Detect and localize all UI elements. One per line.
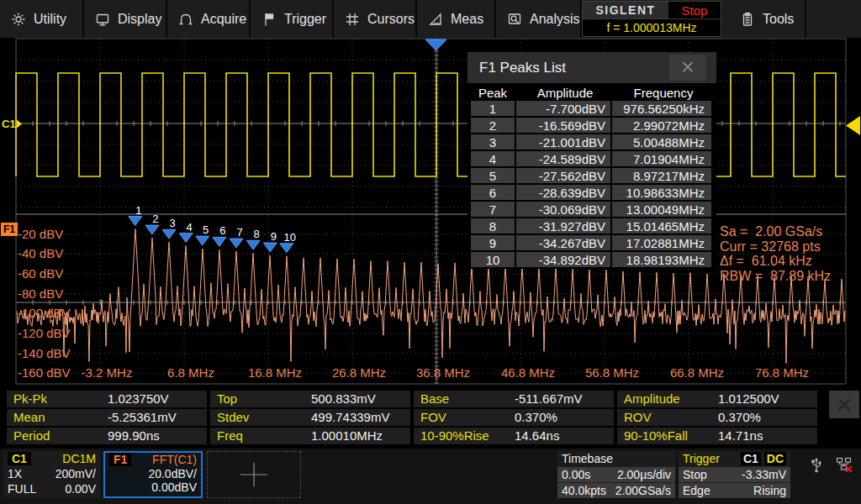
peak-marker-icon[interactable]: [162, 229, 176, 239]
add-trace-placeholder[interactable]: [207, 451, 301, 498]
peaks-table-row[interactable]: 9-34.267dBV17.02881MHz: [467, 235, 716, 250]
peak-index-cell: 4: [471, 151, 515, 166]
peak-marker-icon[interactable]: [213, 237, 226, 246]
peaks-table-row[interactable]: 7-30.069dBV13.00049MHz: [467, 202, 716, 217]
fft-frequency-label: 6.8 MHz: [167, 365, 214, 380]
peak-amplitude-cell: -27.562dBV: [516, 168, 610, 183]
c1-square-wave-trace: [16, 73, 846, 176]
peak-index-cell: 2: [471, 118, 515, 133]
menu-bar: Utility Display Acquire Trigger Cursors …: [0, 0, 861, 38]
peaks-table-row[interactable]: 3-21.001dBV5.00488MHz: [467, 134, 716, 150]
peak-marker-icon[interactable]: [246, 240, 260, 249]
trigger-title: Trigger: [683, 452, 720, 465]
menu-utility[interactable]: Utility: [0, 0, 84, 38]
measurement-cell: FOV0.370%: [414, 409, 614, 426]
fft-db-label: -20 dBV: [18, 227, 63, 241]
fft-db-label: -60 dBV: [18, 266, 63, 281]
fft-db-label: -100 dBV: [18, 306, 71, 320]
peak-marker-icon[interactable]: [230, 239, 243, 248]
peak-index-cell: 1: [471, 101, 515, 116]
menu-acquire[interactable]: Acquire: [167, 0, 251, 38]
oscilloscope-screen: Utility Display Acquire Trigger Cursors …: [0, 0, 861, 504]
menu-utility-label: Utility: [34, 12, 66, 27]
peak-marker-icon[interactable]: [145, 225, 159, 234]
peak-marker-number: 4: [187, 221, 193, 234]
measurement-value: 1.023750V: [108, 391, 169, 406]
measurements-panel: × Pk-Pk1.023750VTop500.833mVBase-511.667…: [0, 385, 861, 449]
math-f1-box[interactable]: F1 FFT(C1) 20.0dBV/ 0.00dBV: [103, 451, 203, 498]
trigger-level-marker[interactable]: [846, 116, 860, 135]
peaks-table-row[interactable]: 8-31.927dBV15.01465MHz: [467, 218, 716, 234]
peaks-col-amplitude: Amplitude: [518, 86, 612, 100]
measurement-label: ROV: [624, 410, 652, 424]
measurement-cell: 90-10%Fall14.71ns: [617, 428, 817, 444]
peak-frequency-cell: 10.98633MHz: [612, 185, 711, 200]
peaks-table-row[interactable]: 2-16.569dBV2.99072MHz: [467, 118, 716, 133]
peak-marker-number: 9: [271, 230, 277, 243]
run-state[interactable]: Stop: [668, 2, 721, 18]
measurement-label: Amplitude: [624, 391, 680, 406]
c1-offset-row: FULL 0.00V: [3, 481, 100, 496]
peak-marker-icon[interactable]: [280, 244, 293, 253]
peak-marker-icon[interactable]: [179, 234, 193, 243]
peaks-table-row[interactable]: 10-34.892dBV18.98193MHz: [467, 252, 716, 267]
peaks-table-body: 1-7.700dBV976.56250kHz2-16.569dBV2.99072…: [467, 101, 716, 267]
peaks-table-header: Peak Amplitude Frequency: [467, 84, 716, 101]
menu-meas[interactable]: Meas: [417, 0, 496, 38]
channel-c1-box[interactable]: C1 DC1M 1X 200mV/ FULL 0.00V: [3, 451, 100, 498]
peak-amplitude-cell: -34.892dBV: [516, 252, 610, 267]
c1-probe: 1X: [8, 467, 22, 480]
peak-marker-icon[interactable]: [196, 236, 209, 245]
lan-disconnected-icon: [836, 457, 853, 473]
peak-frequency-cell: 5.00488MHz: [612, 134, 711, 150]
peak-frequency-cell: 976.56250kHz: [612, 101, 711, 116]
peak-index-cell: 3: [471, 134, 515, 150]
f1-header-row: F1 FFT(C1): [105, 453, 201, 467]
f1-trace-badge[interactable]: F1: [1, 223, 18, 236]
fft-db-label: -120 dBV: [18, 326, 71, 340]
dialog-close-button[interactable]: ×: [669, 55, 706, 81]
peak-marker-number: 2: [152, 213, 158, 225]
peak-index-cell: 6: [471, 185, 515, 200]
fft-frequency-label: 56.8 MHz: [585, 365, 639, 380]
trigger-box[interactable]: Trigger C1 DC Stop -3.33mV Edge Rising: [679, 451, 790, 498]
measurement-value: 0.370%: [515, 410, 557, 424]
c1-channel-position-marker[interactable]: C1: [2, 118, 22, 130]
peak-amplitude-cell: -34.267dBV: [516, 235, 610, 250]
peaks-table-row[interactable]: 6-28.639dBV10.98633MHz: [467, 185, 716, 200]
peaks-table-row[interactable]: 5-27.562dBV8.97217MHz: [467, 168, 716, 183]
measurements-close-button[interactable]: ×: [829, 391, 859, 418]
c1-bandwidth: FULL: [8, 482, 36, 496]
timebase-box[interactable]: Timebase 0.00s 2.00µs/div 40.0kpts 2.00G…: [557, 451, 675, 498]
menu-analysis[interactable]: Analysis: [496, 0, 582, 38]
brand-logo: SIGLENT: [583, 2, 668, 18]
measurement-cell: Freq1.00010MHz: [210, 428, 410, 444]
peak-amplitude-cell: -28.639dBV: [516, 185, 610, 200]
measurement-cell: Top500.833mV: [210, 391, 410, 407]
menu-trigger[interactable]: Trigger: [251, 0, 334, 38]
trigger-coupling: DC: [764, 452, 786, 465]
peak-amplitude-cell: -30.069dBV: [516, 202, 610, 217]
peak-marker-number: 6: [219, 224, 225, 237]
menu-display[interactable]: Display: [84, 0, 167, 38]
peaks-col-peak: Peak: [469, 86, 516, 100]
measurement-value: 500.833mV: [311, 391, 376, 406]
trigger-level-row: Stop -3.33mV: [679, 467, 790, 482]
peaks-table-row[interactable]: 4-24.589dBV7.01904MHz: [467, 151, 716, 166]
peak-marker-icon[interactable]: [129, 217, 142, 226]
f1-offset-row: 0.00dBV: [105, 480, 201, 495]
measurement-value: 499.74339mV: [311, 410, 389, 424]
trigger-position-marker[interactable]: [425, 39, 446, 50]
measurement-label: Period: [13, 428, 50, 443]
measurement-label: 10-90%Rise: [420, 428, 489, 443]
menu-tools[interactable]: Tools: [721, 0, 806, 38]
fft-frequency-label: 36.8 MHz: [416, 365, 470, 380]
peaks-table-row[interactable]: 1-7.700dBV976.56250kHz: [467, 101, 716, 116]
measurement-cell: Base-511.667mV: [414, 391, 614, 407]
peak-marker-icon[interactable]: [263, 243, 277, 252]
peak-marker-number: 8: [254, 228, 260, 240]
f1-offset: 0.00dBV: [151, 480, 197, 494]
menu-cursors[interactable]: Cursors: [334, 0, 417, 38]
flag-icon: [261, 12, 277, 27]
measurement-label: Freq: [217, 428, 243, 443]
